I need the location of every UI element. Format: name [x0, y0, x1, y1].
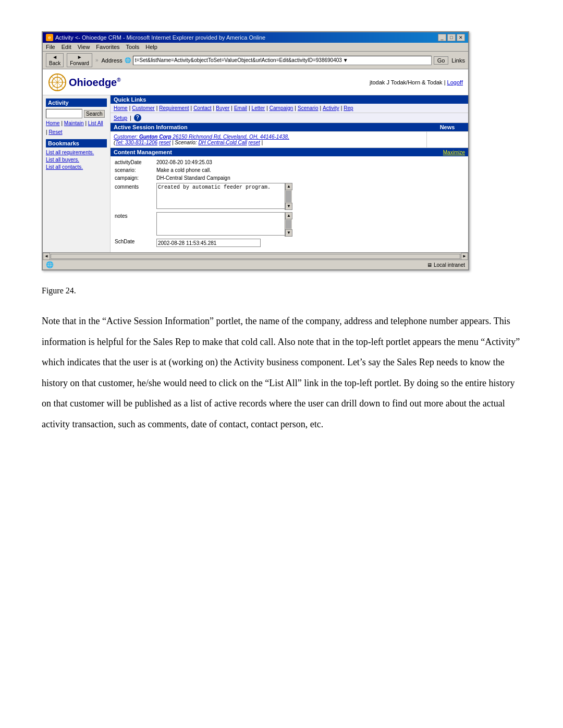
- ql-activity[interactable]: Activity: [323, 105, 339, 111]
- logo-icon: [48, 73, 67, 92]
- user-info: jtodak J Todak/Horn & Todak | Logoff: [370, 79, 463, 85]
- title-bar: e Activity <- Ohioedge CRM - Microsoft I…: [43, 32, 468, 43]
- customer-name: Gunton Corp: [139, 134, 172, 140]
- go-button[interactable]: Go: [434, 56, 449, 65]
- figure-caption: Figure 24.: [42, 286, 521, 295]
- minimize-button[interactable]: _: [438, 34, 446, 41]
- reset-link[interactable]: Reset: [48, 129, 62, 135]
- toolbar: ◄ Back ► Forward » Address 🌐 t=Set&listN…: [43, 52, 468, 69]
- quick-links-bar: Quick Links: [111, 95, 468, 104]
- ql-letter[interactable]: Letter: [252, 105, 265, 111]
- browser-title: Activity <- Ohioedge CRM - Microsoft Int…: [55, 34, 265, 41]
- ql-rep[interactable]: Rep: [344, 105, 353, 111]
- menu-file[interactable]: File: [46, 44, 55, 50]
- close-button[interactable]: ✕: [457, 34, 465, 41]
- address-label: Address: [101, 57, 122, 64]
- ql-scenario[interactable]: Scenario: [298, 105, 318, 111]
- activity-date-row: activityDate 2002-08-20 10:49:25.03: [115, 159, 464, 165]
- comments-scrollbar: ▲ ▼: [285, 183, 292, 210]
- customer-link[interactable]: Customer: Gunton Corp 26150 Richmond Rd,…: [114, 134, 289, 140]
- back-button[interactable]: ◄ Back: [46, 53, 64, 67]
- ql-email[interactable]: Email: [234, 105, 247, 111]
- forward-label: Forward: [70, 60, 89, 66]
- bookmarks-title: Bookmarks: [46, 139, 107, 147]
- list-all-link[interactable]: List All: [88, 120, 103, 126]
- scroll-track[interactable]: [51, 254, 460, 259]
- scenario-value-si[interactable]: DH Central-Cold Call: [198, 140, 247, 145]
- reset-link2[interactable]: reset: [249, 140, 260, 145]
- customer-label: Customer:: [114, 134, 138, 140]
- back-label: Back: [49, 60, 60, 66]
- ql-buyer[interactable]: Buyer: [216, 105, 229, 111]
- maximize-link[interactable]: Maximize: [443, 150, 465, 155]
- sidebar: Activity Search Home | Maintain | List A…: [43, 95, 111, 252]
- bookmark-contacts[interactable]: List all contacts.: [46, 164, 107, 170]
- sidebar-nav-links: Home | Maintain | List All: [46, 120, 107, 126]
- ql-requirement[interactable]: Requirement: [159, 105, 189, 111]
- ql-contact[interactable]: Contact: [193, 105, 211, 111]
- browser-icon: e: [46, 34, 53, 41]
- logo-text: Ohioedge®: [69, 77, 121, 89]
- logoff-link[interactable]: Logoff: [447, 79, 463, 85]
- tel-link[interactable]: Tel: 330-831-1206: [115, 140, 157, 145]
- scenario-value: Make a cold phone call.: [156, 167, 464, 173]
- user-details: jtodak J Todak/Horn & Todak |: [370, 79, 446, 85]
- notes-row: notes ▲ ▼: [115, 212, 464, 237]
- logo-area: Ohioedge®: [48, 73, 121, 92]
- activity-date-value: 2002-08-20 10:49:25.03: [156, 159, 464, 165]
- comments-textarea[interactable]: Created by automatic feeder program.: [156, 183, 292, 209]
- setup-link[interactable]: Setup: [114, 115, 127, 121]
- bookmark-requirements[interactable]: List all requirements.: [46, 150, 107, 155]
- app-header: Ohioedge® jtodak J Todak/Horn & Todak | …: [43, 70, 468, 95]
- bookmarks-section: Bookmarks List all requirements. List al…: [46, 139, 107, 170]
- status-bar: 🌐 🖥 Local intranet: [43, 260, 468, 269]
- campaign-value: DH-Central Standard Campaign: [156, 175, 464, 181]
- home-link[interactable]: Home: [46, 120, 60, 126]
- scroll-left-arrow[interactable]: ◄: [43, 253, 50, 260]
- address-input[interactable]: t=Set&listName=Activity&objectToSet=Valu…: [133, 56, 432, 65]
- maintain-link[interactable]: Maintain: [64, 120, 84, 126]
- links-button[interactable]: Links: [451, 57, 465, 64]
- active-session-title: Active Session Information: [111, 123, 426, 131]
- browser-content: Ohioedge® jtodak J Todak/Horn & Todak | …: [43, 69, 468, 269]
- schdate-input[interactable]: [156, 239, 261, 247]
- session-info-row: Customer: Gunton Corp 26150 Richmond Rd,…: [111, 132, 468, 148]
- horizontal-scrollbar[interactable]: ◄ ►: [43, 252, 468, 260]
- scenario-label-si: Scenario:: [175, 140, 197, 145]
- tel-prefix: Tel:: [115, 140, 124, 145]
- session-detail: Customer: Gunton Corp 26150 Richmond Rd,…: [111, 132, 426, 147]
- menu-view[interactable]: View: [78, 44, 90, 50]
- menu-bar: File Edit View Favorites Tools Help: [43, 43, 468, 52]
- main-content: Quick Links Home | Customer | Requiremen…: [111, 95, 468, 252]
- sep2: |: [262, 140, 263, 145]
- ql-campaign[interactable]: Campaign: [270, 105, 293, 111]
- status-text: 🌐: [46, 261, 54, 268]
- scroll-right-arrow[interactable]: ►: [461, 253, 468, 260]
- forward-button[interactable]: ► Forward: [67, 53, 92, 67]
- bookmark-buyers[interactable]: List all buyers.: [46, 157, 107, 163]
- search-button[interactable]: Search: [84, 110, 105, 118]
- menu-tools[interactable]: Tools: [126, 44, 140, 50]
- tel-number: 330-831-1206: [125, 140, 157, 145]
- content-mgmt-title: Content Management: [114, 149, 172, 155]
- reset-link-row: | Reset: [46, 129, 107, 135]
- body-text: Note that in the “Active Session Informa…: [42, 311, 521, 435]
- reset-link1[interactable]: reset: [159, 140, 170, 145]
- news-title: News: [426, 123, 468, 131]
- notes-scrollbar: ▲ ▼: [285, 212, 292, 237]
- schdate-row: SchDate: [115, 239, 464, 247]
- ql-customer[interactable]: Customer: [132, 105, 154, 111]
- notes-textarea[interactable]: [156, 212, 292, 236]
- maximize-button[interactable]: □: [447, 34, 456, 41]
- menu-favorites[interactable]: Favorites: [96, 44, 119, 50]
- ql-home[interactable]: Home: [114, 105, 128, 111]
- menu-help[interactable]: Help: [145, 44, 157, 50]
- campaign-label: campaign:: [115, 175, 156, 181]
- address-value: t=Set&listName=Activity&objectToSet=Valu…: [135, 57, 342, 63]
- search-input[interactable]: [46, 109, 82, 118]
- menu-edit[interactable]: Edit: [62, 44, 71, 50]
- window-controls[interactable]: _ □ ✕: [438, 34, 465, 41]
- logo-name: Ohioedge: [69, 77, 117, 88]
- help-icon[interactable]: ?: [134, 114, 141, 121]
- logo-reg: ®: [117, 77, 120, 83]
